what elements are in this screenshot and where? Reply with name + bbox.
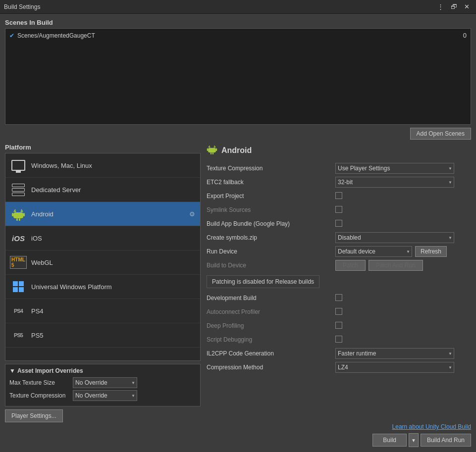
checkbox-export-project[interactable] bbox=[335, 192, 342, 199]
settings-row-etc2: ETC2 fallback 32-bit bbox=[207, 176, 471, 189]
select-il2cpp[interactable]: Faster runtime Faster build time bbox=[335, 348, 454, 359]
overrides-row-texture-compression: Texture Compression No Override bbox=[9, 390, 196, 401]
restore-button[interactable]: 🗗 bbox=[448, 2, 460, 11]
platform-item-dedicated[interactable]: Dedicated Server bbox=[5, 178, 200, 202]
select-symbols-zip[interactable]: Disabled Public Debugging bbox=[335, 232, 454, 243]
select-etc2[interactable]: 32-bit bbox=[335, 177, 454, 188]
overrides-label-texture-compression: Texture Compression bbox=[9, 392, 69, 399]
value-dev-build bbox=[335, 294, 471, 302]
scene-index: 0 bbox=[463, 32, 467, 39]
patch-row: Patch Patch And Run bbox=[335, 260, 471, 271]
title-bar-left: Build Settings bbox=[4, 3, 40, 10]
scenes-list: ✔ Scenes/AugmentedGaugeCT 0 bbox=[5, 28, 471, 125]
settings-row-compression: Compression Method Default LZ4 LZ4HC bbox=[207, 361, 471, 374]
android-header-icon bbox=[207, 144, 217, 157]
platform-item-uwp[interactable]: Universal Windows Platform bbox=[5, 275, 200, 299]
settings-row-autoconnect: Autoconnect Profiler bbox=[207, 305, 471, 318]
run-device-select-wrapper: Default device bbox=[335, 246, 412, 257]
info-box: Patching is disabled for Release builds bbox=[207, 275, 319, 288]
run-device-row: Default device Refresh bbox=[335, 246, 471, 257]
label-symlink: Symlink Sources bbox=[207, 206, 335, 213]
dropdown-wrapper-texture-compression: Use Player Settings bbox=[335, 163, 454, 174]
checkbox-app-bundle[interactable] bbox=[335, 220, 342, 227]
patch-button[interactable]: Patch bbox=[335, 260, 366, 271]
cloud-build-link[interactable]: Learn about Unity Cloud Build bbox=[392, 423, 471, 430]
bottom-buttons-left: Player Settings... bbox=[5, 409, 201, 422]
dropdown-wrapper-symbols-zip: Disabled Public Debugging bbox=[335, 232, 454, 243]
label-export-project: Export Project bbox=[207, 193, 335, 200]
select-compression[interactable]: Default LZ4 LZ4HC bbox=[335, 362, 454, 373]
platform-item-ps4[interactable]: PS4 PS4 bbox=[5, 299, 200, 323]
android-header: Android bbox=[207, 144, 471, 157]
label-il2cpp: IL2CPP Code Generation bbox=[207, 350, 335, 357]
platform-item-android[interactable]: Android ⚙ bbox=[5, 202, 200, 226]
svg-rect-12 bbox=[207, 148, 208, 151]
texture-size-select[interactable]: No Override bbox=[73, 377, 137, 388]
bottom-section: Platform Windows, Mac, Linux bbox=[5, 144, 471, 447]
left-panel: Platform Windows, Mac, Linux bbox=[5, 144, 201, 447]
svg-rect-13 bbox=[216, 148, 217, 151]
asset-overrides: ▼ Asset Import Overrides Max Texture Siz… bbox=[5, 364, 201, 406]
platform-item-webgl[interactable]: HTML5 WebGL bbox=[5, 251, 200, 275]
right-panel: Android Texture Compression Use Player S… bbox=[201, 144, 471, 447]
settings-row-export-project: Export Project bbox=[207, 190, 471, 202]
platform-item-ps5[interactable]: PS5 PS5 bbox=[5, 323, 200, 348]
dropdown-wrapper-etc2: 32-bit bbox=[335, 177, 454, 188]
platform-name-webgl: WebGL bbox=[31, 259, 53, 266]
svg-rect-3 bbox=[12, 213, 13, 216]
checkbox-script-debugging[interactable] bbox=[335, 336, 342, 343]
label-etc2: ETC2 fallback bbox=[207, 179, 335, 186]
platform-name-ps5: PS5 bbox=[31, 332, 44, 339]
platform-label: Platform bbox=[5, 144, 201, 151]
label-app-bundle: Build App Bundle (Google Play) bbox=[207, 220, 335, 227]
label-run-device: Run Device bbox=[207, 248, 335, 255]
scene-item[interactable]: ✔ Scenes/AugmentedGaugeCT 0 bbox=[5, 31, 471, 40]
value-symlink bbox=[335, 206, 471, 214]
scene-checkbox: ✔ bbox=[9, 32, 14, 39]
svg-rect-5 bbox=[16, 218, 18, 221]
platform-item-ios[interactable]: iOS iOS bbox=[5, 226, 200, 251]
title-bar-title: Build Settings bbox=[4, 3, 40, 10]
value-build-to-device: Patch Patch And Run bbox=[335, 260, 471, 271]
platform-name-windows: Windows, Mac, Linux bbox=[31, 162, 92, 169]
value-compression: Default LZ4 LZ4HC bbox=[335, 362, 471, 373]
close-button[interactable]: ✕ bbox=[462, 2, 472, 11]
build-button[interactable]: Build bbox=[372, 434, 407, 447]
more-button[interactable]: ⋮ bbox=[435, 2, 446, 11]
value-il2cpp: Faster runtime Faster build time bbox=[335, 348, 471, 359]
settings-row-run-device: Run Device Default device Refresh bbox=[207, 245, 471, 258]
checkbox-deep-profiling[interactable] bbox=[335, 322, 342, 329]
run-device-select[interactable]: Default device bbox=[335, 246, 412, 257]
monitor-icon bbox=[10, 157, 26, 173]
refresh-button[interactable]: Refresh bbox=[415, 246, 447, 257]
build-and-run-button[interactable]: Build And Run bbox=[421, 434, 471, 447]
settings-row-script-debugging: Script Debugging bbox=[207, 333, 471, 346]
checkbox-autoconnect[interactable] bbox=[335, 308, 342, 315]
svg-rect-15 bbox=[212, 152, 213, 154]
ps5-icon: PS5 bbox=[10, 327, 26, 343]
overrides-triangle: ▼ bbox=[9, 367, 15, 374]
settings-row-il2cpp: IL2CPP Code Generation Faster runtime Fa… bbox=[207, 347, 471, 360]
select-texture-compression[interactable]: Use Player Settings bbox=[335, 163, 454, 174]
patch-and-run-button[interactable]: Patch And Run bbox=[369, 260, 423, 271]
overrides-label: Asset Import Overrides bbox=[17, 367, 83, 374]
label-texture-compression: Texture Compression bbox=[207, 165, 335, 172]
overrides-header[interactable]: ▼ Asset Import Overrides bbox=[9, 367, 196, 374]
player-settings-button[interactable]: Player Settings... bbox=[5, 409, 63, 422]
label-deep-profiling: Deep Profiling bbox=[207, 322, 335, 329]
value-run-device: Default device Refresh bbox=[335, 246, 471, 257]
platform-list: Windows, Mac, Linux Dedicated Server bbox=[5, 153, 201, 361]
settings-row-infobox: Patching is disabled for Release builds bbox=[207, 273, 471, 291]
checkbox-dev-build[interactable] bbox=[335, 294, 342, 301]
platform-name-dedicated: Dedicated Server bbox=[31, 186, 81, 194]
svg-rect-14 bbox=[211, 152, 212, 154]
settings-row-dev-build: Development Build bbox=[207, 292, 471, 304]
checkbox-symlink[interactable] bbox=[335, 206, 342, 213]
platform-item-windows[interactable]: Windows, Mac, Linux bbox=[5, 153, 200, 178]
svg-rect-4 bbox=[23, 213, 25, 216]
label-script-debugging: Script Debugging bbox=[207, 336, 335, 343]
build-dropdown-button[interactable]: ▼ bbox=[409, 433, 419, 447]
label-compression: Compression Method bbox=[207, 364, 335, 371]
texture-compression-select[interactable]: No Override bbox=[73, 390, 137, 401]
add-open-scenes-button[interactable]: Add Open Scenes bbox=[410, 128, 471, 140]
